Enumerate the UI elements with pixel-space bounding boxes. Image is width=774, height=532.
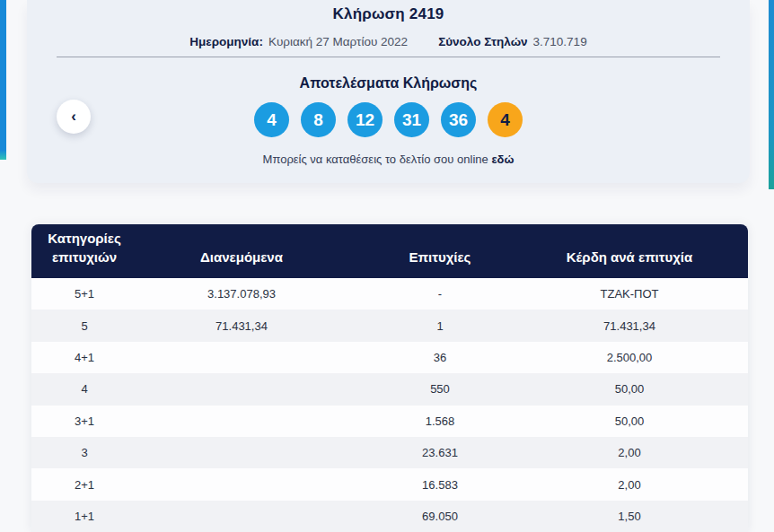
table-cell-winners: 23.631	[346, 446, 534, 459]
table-cell-category: 2+1	[31, 478, 137, 492]
header-distributed: Διανεμόμενα	[137, 248, 346, 267]
online-submit-note: Μπορείς να καταθέσεις το δελτίο σου onli…	[27, 153, 750, 166]
table-cell-category: 4	[31, 382, 137, 396]
drawn-number-ball: 36	[441, 102, 476, 137]
chevron-left-icon: ‹	[71, 108, 76, 126]
total-columns-label: Σύνολο Στηλών	[438, 35, 527, 48]
table-cell-category: 3+1	[31, 414, 137, 428]
carousel-prev-button[interactable]: ‹	[57, 100, 91, 134]
table-cell-winners: -	[346, 287, 534, 301]
table-cell-prize: 50,00	[534, 382, 748, 396]
results-title: Αποτελέσματα Κλήρωσης	[27, 75, 750, 92]
drawn-number-ball: 12	[347, 102, 383, 137]
table-cell-prize: 2.500,00	[534, 351, 748, 364]
table-row: 323.6312,00	[31, 437, 748, 468]
table-row: 4+1362.500,00	[31, 342, 748, 373]
header-categories: Κατηγορίες επιτυχιών	[31, 229, 137, 268]
table-cell-prize: 71.431,34	[534, 319, 748, 333]
drawn-number-ball: 8	[301, 102, 336, 137]
table-cell-prize: 2,00	[534, 446, 748, 459]
table-cell-distributed: 3.137.078,93	[137, 287, 346, 301]
table-cell-prize: ΤΖΑΚ-ΠΟΤ	[534, 287, 748, 301]
draw-date-label: Ημερομηνία:	[189, 35, 263, 48]
draw-date-value: Κυριακή 27 Μαρτίου 2022	[268, 35, 408, 48]
draw-date: Ημερομηνία: Κυριακή 27 Μαρτίου 2022	[189, 35, 408, 48]
joker-number-ball: 4	[488, 102, 523, 137]
online-submit-text: Μπορείς να καταθέσεις το δελτίο σου onli…	[263, 153, 488, 166]
table-cell-winners: 1	[346, 319, 534, 333]
table-cell-winners: 16.583	[346, 478, 534, 492]
draw-meta-row: Ημερομηνία: Κυριακή 27 Μαρτίου 2022 Σύνο…	[27, 35, 750, 48]
prize-table-body: 5+13.137.078,93-ΤΖΑΚ-ΠΟΤ571.431,34171.43…	[31, 278, 748, 532]
table-cell-prize: 1,50	[534, 510, 748, 523]
draw-title: Κλήρωση 2419	[27, 5, 750, 23]
table-cell-winners: 550	[346, 382, 534, 396]
prize-table-header: Κατηγορίες επιτυχιών Διανεμόμενα Επιτυχί…	[31, 224, 748, 278]
next-slide-edge-stripe	[769, 0, 774, 189]
table-row: 455050,00	[31, 373, 748, 405]
drawn-numbers-row: 481231364	[27, 102, 750, 137]
drawn-number-ball: 4	[254, 102, 289, 137]
table-row: 5+13.137.078,93-ΤΖΑΚ-ΠΟΤ	[31, 278, 748, 310]
table-cell-prize: 50,00	[534, 414, 748, 428]
total-columns: Σύνολο Στηλών 3.710.719	[438, 35, 587, 48]
table-row: 1+169.0501,50	[31, 501, 748, 532]
table-row: 2+116.5832,00	[31, 468, 748, 500]
total-columns-value: 3.710.719	[533, 35, 587, 48]
table-cell-category: 4+1	[31, 351, 137, 364]
table-cell-winners: 36	[346, 351, 534, 364]
table-cell-prize: 2,00	[534, 478, 748, 492]
table-cell-distributed: 71.431,34	[137, 319, 346, 333]
summary-divider	[57, 57, 720, 57]
prev-slide-edge-stripe	[0, 0, 6, 160]
table-cell-category: 1+1	[31, 510, 137, 523]
draw-summary-card: Κλήρωση 2419 Ημερομηνία: Κυριακή 27 Μαρτ…	[27, 0, 750, 183]
table-cell-category: 5	[31, 319, 137, 333]
header-winners: Επιτυχίες	[346, 248, 534, 267]
table-cell-winners: 69.050	[346, 510, 534, 523]
table-cell-winners: 1.568	[346, 414, 534, 428]
table-cell-category: 3	[31, 446, 137, 459]
table-row: 3+11.56850,00	[31, 406, 748, 437]
drawn-number-ball: 31	[394, 102, 429, 137]
online-submit-link[interactable]: εδώ	[491, 153, 514, 166]
joker-results-page: { "draw": { "title": "Κλήρωση 2419", "da…	[0, 0, 774, 532]
prize-table: Κατηγορίες επιτυχιών Διανεμόμενα Επιτυχί…	[31, 224, 748, 532]
table-cell-category: 5+1	[31, 287, 137, 301]
table-row: 571.431,34171.431,34	[31, 310, 748, 341]
header-prize-per-win: Κέρδη ανά επιτυχία	[534, 248, 748, 267]
